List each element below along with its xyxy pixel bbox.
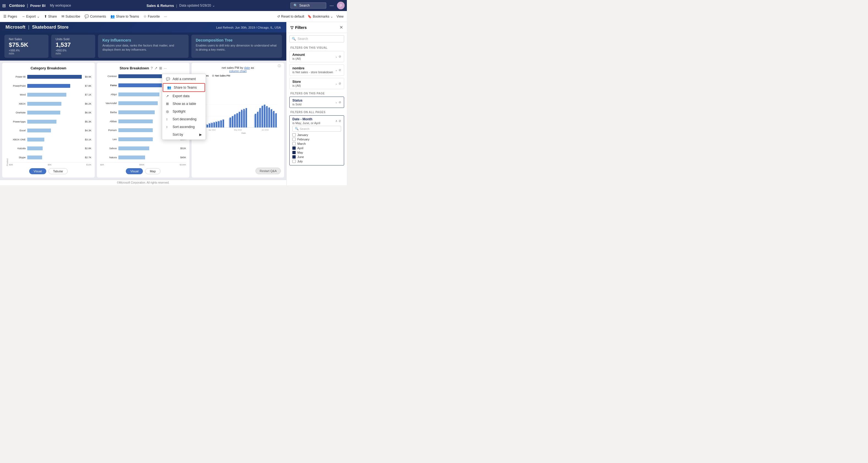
- bar-row-onenote: OneNote $6.0K: [9, 111, 91, 115]
- svg-text:Apr 2019: Apr 2019: [209, 129, 216, 131]
- bookmarks-icon: 🔖: [308, 14, 312, 19]
- avatar[interactable]: P: [337, 2, 345, 9]
- share-button[interactable]: ⬆ Share: [44, 14, 57, 19]
- status-clear-icon[interactable]: ⊘: [339, 100, 341, 104]
- focus-icon[interactable]: ↗: [154, 66, 157, 70]
- filter-icon: ▽: [290, 25, 293, 30]
- february-checkbox[interactable]: [292, 137, 296, 141]
- sort-desc-icon: ↕: [166, 117, 170, 121]
- svg-rect-37: [214, 123, 215, 128]
- nombre-expand-icon[interactable]: ⌄: [335, 68, 338, 72]
- amount-expand-icon[interactable]: ⌄: [335, 55, 338, 58]
- add-comment-item[interactable]: 💬 Add a comment: [162, 75, 206, 83]
- may-checkbox[interactable]: [292, 151, 296, 154]
- copy-icon[interactable]: ⊞: [159, 66, 162, 70]
- svg-rect-48: [243, 109, 245, 128]
- brand-logo[interactable]: Contoso | Power BI: [9, 3, 45, 8]
- nombre-clear-icon[interactable]: ⊘: [339, 68, 341, 72]
- store-clear-icon[interactable]: ⊘: [339, 82, 341, 85]
- svg-rect-50: [255, 114, 256, 127]
- export-data-label: Export data: [173, 94, 189, 98]
- bookmarks-button[interactable]: 🔖 Bookmarks ⌄: [308, 14, 333, 19]
- view-button[interactable]: View: [336, 14, 344, 19]
- category-visual-tab[interactable]: Visual: [29, 168, 46, 174]
- filter-option-june[interactable]: June: [292, 155, 341, 159]
- data-updated: Data updated 5/28/20 ⌄: [179, 4, 215, 7]
- april-checkbox[interactable]: [292, 147, 296, 150]
- filter-option-april[interactable]: April: [292, 146, 341, 150]
- filter-option-march[interactable]: March: [292, 142, 341, 146]
- filters-search[interactable]: 🔍 Search: [289, 35, 344, 42]
- amount-clear-icon[interactable]: ⊘: [339, 55, 341, 58]
- category-title: Category Breakdown: [5, 66, 91, 70]
- date-collapse-icon[interactable]: ∧: [335, 119, 338, 123]
- filter-date-month: Date - Month is May, June, or April ∧ ⊘ …: [289, 115, 344, 165]
- decomposition-tree-card[interactable]: Decomposition Tree Enables users to dril…: [191, 35, 282, 58]
- dt-desc: Enables users to drill into any dimensio…: [196, 43, 278, 52]
- filter-amount: Amount is (All) ⌄ ⊘: [289, 51, 344, 62]
- filter-search-icon: 🔍: [292, 37, 296, 41]
- net-sales-card: Net Sales $75.5K +988.4% m/m: [4, 35, 49, 58]
- filter-option-january[interactable]: January: [292, 133, 341, 137]
- svg-rect-41: [223, 120, 224, 127]
- comments-button[interactable]: 💬 Comments: [85, 14, 106, 19]
- top-cards-row: Net Sales $75.5K +988.4% m/m Units Sold …: [0, 32, 286, 61]
- store-map-tab[interactable]: Map: [145, 168, 160, 174]
- march-checkbox[interactable]: [292, 142, 296, 145]
- nav-search[interactable]: 🔍 Search: [290, 2, 326, 8]
- sort-asc-item[interactable]: ↕ Sort ascending: [162, 123, 206, 131]
- spotlight-item[interactable]: ◎ Spotlight: [162, 107, 206, 115]
- grid-icon[interactable]: ⊞: [2, 3, 6, 8]
- show-table-item[interactable]: ⊞ Show as a table: [162, 100, 206, 107]
- time-series-desc: net sales PM by date as column chart ⓘ: [195, 66, 281, 73]
- status-expand-icon[interactable]: ⌄: [335, 100, 338, 104]
- share-teams-toolbar-button[interactable]: 👥 Share to Teams: [111, 14, 139, 19]
- share-icon: ⬆: [44, 14, 47, 19]
- june-checkbox[interactable]: [292, 155, 296, 159]
- key-influencers-card[interactable]: Key Influencers Analyzes your data, rank…: [98, 35, 189, 58]
- workspace-label[interactable]: My workspace: [50, 4, 71, 7]
- report-name: Sales & Returns: [147, 4, 174, 8]
- main-content: Microsoft | Skateboard Store Last Refres…: [0, 22, 347, 185]
- svg-rect-46: [239, 112, 240, 127]
- filter-option-may[interactable]: May: [292, 150, 341, 155]
- toolbar: ☰ Pages → Export ⌄ ⬆ Share ✉ Subscribe 💬…: [0, 11, 347, 22]
- export-data-item[interactable]: ↗ Export data: [162, 92, 206, 100]
- store-expand-icon[interactable]: ⌄: [335, 82, 338, 85]
- filters-close-button[interactable]: ✕: [339, 25, 343, 30]
- svg-rect-36: [211, 123, 213, 128]
- date-clear-icon[interactable]: ⊘: [339, 119, 341, 123]
- svg-rect-44: [234, 114, 236, 127]
- svg-rect-49: [246, 108, 247, 128]
- units-sold-change: +860.6% m/m: [56, 49, 91, 55]
- sort-desc-item[interactable]: ↕ Sort descending: [162, 115, 206, 123]
- help-icon[interactable]: ?: [151, 66, 153, 70]
- reset-button[interactable]: ↺ Reset to default: [277, 14, 304, 19]
- subscribe-button[interactable]: ✉ Subscribe: [61, 14, 80, 19]
- sort-by-item[interactable]: Sort by ▶: [162, 131, 206, 138]
- report-title: Microsoft | Skateboard Store: [5, 25, 68, 30]
- ki-title: Key Influencers: [102, 38, 184, 42]
- filter-option-july[interactable]: July: [292, 159, 341, 163]
- store-visual-tab[interactable]: Visual: [126, 168, 143, 174]
- copyright: ©Microsoft Corporation. All rights reser…: [117, 181, 169, 184]
- filter-option-february[interactable]: February: [292, 137, 341, 142]
- app-name: Power BI: [30, 4, 46, 8]
- more-toolbar-button[interactable]: ···: [164, 14, 167, 19]
- export-button[interactable]: → Export ⌄: [22, 14, 40, 19]
- favorite-button[interactable]: ☆ Favorite: [144, 14, 160, 19]
- restart-qa-button[interactable]: Restart Q&A: [255, 167, 281, 174]
- nav-more-button[interactable]: ···: [330, 3, 334, 8]
- january-checkbox[interactable]: [292, 133, 296, 136]
- filter-store: Store is (All) ⌄ ⊘: [289, 78, 344, 89]
- date-filter-search[interactable]: 🔍 Search: [292, 126, 341, 131]
- pages-button[interactable]: ☰ Pages: [3, 14, 17, 19]
- company-name: Contoso: [9, 3, 25, 8]
- date-search-icon: 🔍: [295, 127, 299, 130]
- share-teams-item[interactable]: 👥 Share to Teams: [163, 83, 205, 92]
- more-chart-icon[interactable]: ···: [164, 66, 167, 70]
- filter-status: Status is Sold ⌄ ⊘: [289, 97, 344, 108]
- toolbar-right: ↺ Reset to default 🔖 Bookmarks ⌄ View: [277, 14, 344, 19]
- category-tabular-tab[interactable]: Tabular: [49, 168, 68, 174]
- july-checkbox[interactable]: [292, 160, 296, 163]
